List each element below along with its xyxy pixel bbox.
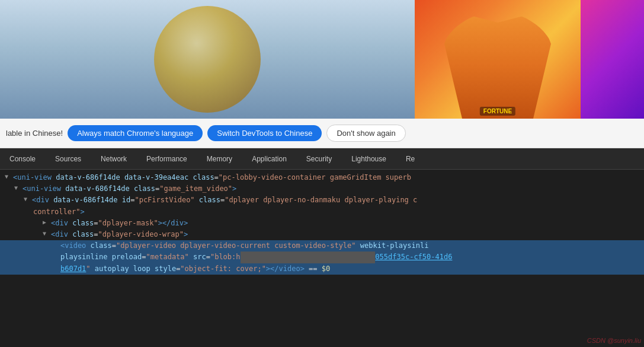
game-card-tiger: FORTUNE xyxy=(415,0,581,119)
tab-memory[interactable]: Memory xyxy=(197,148,242,170)
collapse-triangle-3[interactable]: ▼ xyxy=(24,195,31,204)
code-line-5: ▶ <div class = "dplayer-mask" ></div> xyxy=(0,218,644,229)
collapse-triangle-5[interactable]: ▶ xyxy=(43,218,50,227)
code-line-7[interactable]: <video class = "dplayer-video dplayer-vi… xyxy=(0,240,644,252)
code-line-2: ▼ <uni-view data-v-686f14de class = "gam… xyxy=(0,183,644,195)
spacer-9 xyxy=(52,263,59,273)
spacer-7 xyxy=(52,240,59,250)
code-line-8[interactable]: playsinline preload = "metadata" src = "… xyxy=(0,252,644,263)
match-language-button[interactable]: Always match Chrome's language xyxy=(68,125,203,141)
tab-security[interactable]: Security xyxy=(297,148,342,170)
tab-lighthouse[interactable]: Lighthouse xyxy=(342,148,396,170)
dont-show-again-button[interactable]: Don't show again xyxy=(326,125,405,142)
redacted-1 xyxy=(241,252,376,263)
tab-re[interactable]: Re xyxy=(396,148,425,170)
code-line-1: ▼ <uni-view data-v-686f14de data-v-39ea4… xyxy=(0,172,644,183)
tab-performance[interactable]: Performance xyxy=(137,148,197,170)
top-image-right: FORTUNE xyxy=(415,0,644,119)
tab-sources[interactable]: Sources xyxy=(46,148,91,170)
switch-devtools-language-button[interactable]: Switch DevTools to Chinese xyxy=(207,125,322,141)
devtools-tab-bar: Console Sources Network Performance Memo… xyxy=(0,148,644,170)
collapse-triangle-6[interactable]: ▼ xyxy=(43,229,50,238)
fortune-label: FORTUNE xyxy=(480,107,515,116)
code-line-6: ▼ <div class = "dplayer-video-wrap" > xyxy=(0,229,644,240)
tab-application[interactable]: Application xyxy=(242,148,297,170)
tab-console[interactable]: Console xyxy=(0,148,46,170)
language-bar: lable in Chinese! Always match Chrome's … xyxy=(0,119,644,148)
top-image-area: FORTUNE xyxy=(0,0,644,119)
coin-decoration xyxy=(154,6,261,113)
code-line-9[interactable]: b607d1 " autoplay loop style = "object-f… xyxy=(0,263,644,275)
code-line-4: controller" > xyxy=(0,206,644,218)
watermark: CSDN @sunyin.liu xyxy=(587,337,641,344)
devtools-code-panel: ▼ <uni-view data-v-686f14de data-v-39ea4… xyxy=(0,170,644,277)
tiger-graphic xyxy=(438,12,557,119)
tab-network[interactable]: Network xyxy=(91,148,137,170)
language-prompt-text: lable in Chinese! xyxy=(6,129,63,138)
collapse-triangle-2[interactable]: ▼ xyxy=(14,183,21,193)
spacer-8 xyxy=(52,252,59,261)
game-card-2 xyxy=(581,0,644,119)
code-line-3: ▼ <div data-v-686f14de id = "pcFirstVide… xyxy=(0,195,644,206)
top-image-left xyxy=(0,0,415,119)
collapse-triangle-1[interactable]: ▼ xyxy=(5,172,12,182)
